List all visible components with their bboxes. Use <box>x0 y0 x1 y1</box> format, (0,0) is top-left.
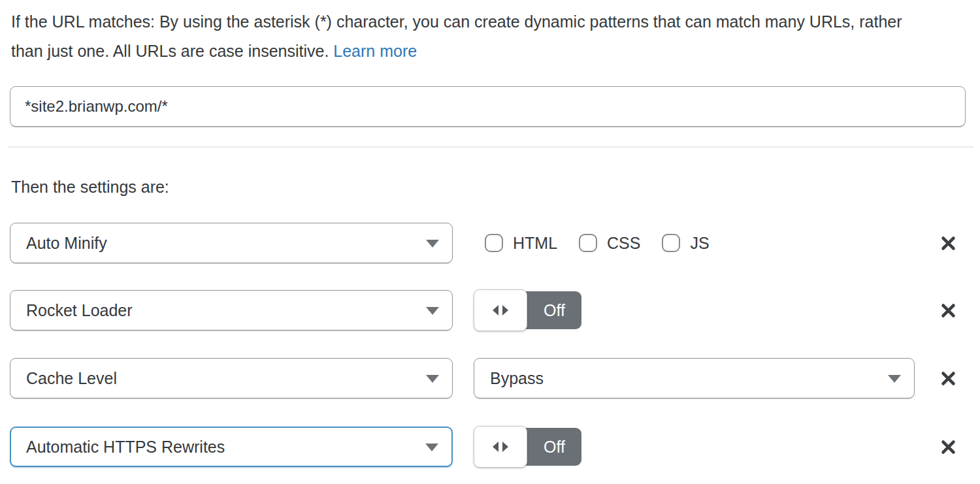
checkbox-css[interactable] <box>579 234 597 252</box>
chevron-down-icon <box>426 240 439 248</box>
delete-rule-button[interactable] <box>939 301 957 319</box>
setting-select-value: Rocket Loader <box>26 301 133 320</box>
checkbox-js-label: JS <box>690 234 709 253</box>
setting-select-value: Automatic HTTPS Rewrites <box>26 438 225 457</box>
left-right-arrows-icon <box>493 305 498 315</box>
checkbox-js[interactable] <box>662 234 680 252</box>
toggle-handle[interactable] <box>474 426 527 468</box>
auto-minify-options: HTML CSS JS <box>485 234 731 253</box>
description-text: If the URL matches: By using the asteris… <box>11 12 902 60</box>
chevron-down-icon <box>426 375 439 383</box>
url-match-description: If the URL matches: By using the asteris… <box>11 7 932 66</box>
automatic-https-rewrites-toggle[interactable]: Off <box>474 426 581 468</box>
checkbox-item-js[interactable]: JS <box>662 234 709 253</box>
left-right-arrows-icon <box>502 442 508 452</box>
setting-select-cache-level[interactable]: Cache Level <box>10 358 453 398</box>
checkbox-item-css[interactable]: CSS <box>579 234 640 253</box>
settings-section-label: Then the settings are: <box>11 178 169 197</box>
chevron-down-icon <box>425 444 438 451</box>
learn-more-link[interactable]: Learn more <box>333 42 417 60</box>
toggle-state-label: Off <box>527 426 581 468</box>
x-icon <box>939 370 957 387</box>
rule-row-auto-minify: Auto Minify HTML CSS JS <box>10 222 970 264</box>
checkbox-css-label: CSS <box>607 234 640 253</box>
delete-rule-button[interactable] <box>939 369 957 387</box>
section-divider <box>8 146 973 148</box>
x-icon <box>939 302 957 319</box>
setting-select-value: Auto Minify <box>26 234 107 253</box>
rule-row-automatic-https-rewrites: Automatic HTTPS Rewrites Off <box>10 426 970 468</box>
value-select-value: Bypass <box>490 369 544 388</box>
checkbox-html-label: HTML <box>513 234 557 253</box>
cache-level-value-select[interactable]: Bypass <box>474 358 915 398</box>
checkbox-html[interactable] <box>485 234 503 252</box>
page-rule-editor: If the URL matches: By using the asteris… <box>0 0 980 484</box>
x-icon <box>939 438 957 456</box>
delete-rule-button[interactable] <box>939 438 957 456</box>
url-pattern-input[interactable] <box>10 86 966 127</box>
setting-select-auto-minify[interactable]: Auto Minify <box>10 223 453 263</box>
x-icon <box>939 234 957 252</box>
delete-rule-button[interactable] <box>939 234 957 252</box>
left-right-arrows-icon <box>502 305 508 315</box>
setting-select-value: Cache Level <box>26 369 117 388</box>
setting-select-rocket-loader[interactable]: Rocket Loader <box>10 290 453 331</box>
toggle-handle[interactable] <box>474 289 527 331</box>
checkbox-item-html[interactable]: HTML <box>485 234 557 253</box>
left-right-arrows-icon <box>493 442 498 452</box>
rocket-loader-toggle[interactable]: Off <box>474 289 581 331</box>
chevron-down-icon <box>426 307 439 315</box>
toggle-state-label: Off <box>527 289 581 331</box>
chevron-down-icon <box>888 375 901 383</box>
rule-row-cache-level: Cache Level Bypass <box>10 357 970 399</box>
rule-row-rocket-loader: Rocket Loader Off <box>10 289 970 331</box>
setting-select-automatic-https-rewrites[interactable]: Automatic HTTPS Rewrites <box>10 427 453 467</box>
